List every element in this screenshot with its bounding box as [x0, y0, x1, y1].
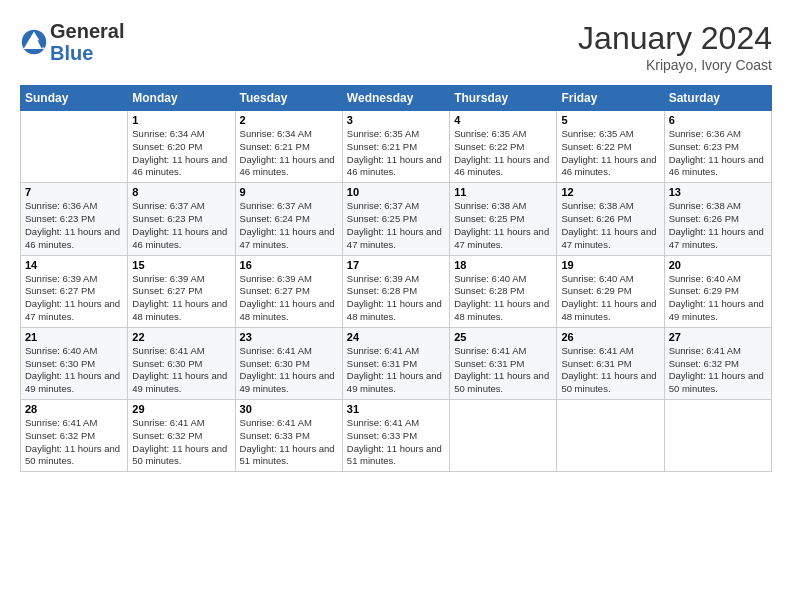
daylight-text: Daylight: 11 hours and 46 minutes. [240, 154, 335, 178]
daylight-text: Daylight: 11 hours and 51 minutes. [347, 443, 442, 467]
day-number: 4 [454, 114, 552, 126]
sunset-text: Sunset: 6:22 PM [561, 141, 631, 152]
day-number: 1 [132, 114, 230, 126]
daylight-text: Daylight: 11 hours and 46 minutes. [132, 226, 227, 250]
table-row: 20Sunrise: 6:40 AMSunset: 6:29 PMDayligh… [664, 255, 771, 327]
sunset-text: Sunset: 6:27 PM [132, 285, 202, 296]
day-number: 7 [25, 186, 123, 198]
sunrise-text: Sunrise: 6:41 AM [669, 345, 741, 356]
sunrise-text: Sunrise: 6:40 AM [561, 273, 633, 284]
table-row: 10Sunrise: 6:37 AMSunset: 6:25 PMDayligh… [342, 183, 449, 255]
day-number: 9 [240, 186, 338, 198]
day-number: 19 [561, 259, 659, 271]
logo-general: General [50, 20, 124, 42]
day-number: 20 [669, 259, 767, 271]
sunrise-text: Sunrise: 6:35 AM [454, 128, 526, 139]
sunset-text: Sunset: 6:29 PM [669, 285, 739, 296]
week-row-3: 14Sunrise: 6:39 AMSunset: 6:27 PMDayligh… [21, 255, 772, 327]
sunset-text: Sunset: 6:32 PM [669, 358, 739, 369]
day-info: Sunrise: 6:37 AMSunset: 6:24 PMDaylight:… [240, 200, 338, 251]
sunset-text: Sunset: 6:20 PM [132, 141, 202, 152]
sunset-text: Sunset: 6:26 PM [669, 213, 739, 224]
sunset-text: Sunset: 6:27 PM [240, 285, 310, 296]
daylight-text: Daylight: 11 hours and 49 minutes. [240, 370, 335, 394]
day-info: Sunrise: 6:35 AMSunset: 6:22 PMDaylight:… [454, 128, 552, 179]
daylight-text: Daylight: 11 hours and 47 minutes. [347, 226, 442, 250]
sunrise-text: Sunrise: 6:34 AM [240, 128, 312, 139]
table-row: 11Sunrise: 6:38 AMSunset: 6:25 PMDayligh… [450, 183, 557, 255]
day-number: 8 [132, 186, 230, 198]
table-row: 31Sunrise: 6:41 AMSunset: 6:33 PMDayligh… [342, 400, 449, 472]
daylight-text: Daylight: 11 hours and 49 minutes. [347, 370, 442, 394]
table-row: 3Sunrise: 6:35 AMSunset: 6:21 PMDaylight… [342, 111, 449, 183]
day-info: Sunrise: 6:41 AMSunset: 6:31 PMDaylight:… [454, 345, 552, 396]
daylight-text: Daylight: 11 hours and 47 minutes. [25, 298, 120, 322]
sunrise-text: Sunrise: 6:37 AM [347, 200, 419, 211]
day-info: Sunrise: 6:40 AMSunset: 6:29 PMDaylight:… [561, 273, 659, 324]
day-info: Sunrise: 6:36 AMSunset: 6:23 PMDaylight:… [25, 200, 123, 251]
table-row: 4Sunrise: 6:35 AMSunset: 6:22 PMDaylight… [450, 111, 557, 183]
table-row [664, 400, 771, 472]
calendar-page: General Blue January 2024 Kripayo, Ivory… [0, 0, 792, 612]
day-info: Sunrise: 6:41 AMSunset: 6:31 PMDaylight:… [347, 345, 445, 396]
page-header: General Blue January 2024 Kripayo, Ivory… [20, 20, 772, 73]
sunrise-text: Sunrise: 6:41 AM [240, 345, 312, 356]
col-saturday: Saturday [664, 86, 771, 111]
daylight-text: Daylight: 11 hours and 50 minutes. [132, 443, 227, 467]
day-info: Sunrise: 6:35 AMSunset: 6:22 PMDaylight:… [561, 128, 659, 179]
table-row: 6Sunrise: 6:36 AMSunset: 6:23 PMDaylight… [664, 111, 771, 183]
day-number: 12 [561, 186, 659, 198]
table-row: 14Sunrise: 6:39 AMSunset: 6:27 PMDayligh… [21, 255, 128, 327]
day-info: Sunrise: 6:38 AMSunset: 6:26 PMDaylight:… [669, 200, 767, 251]
daylight-text: Daylight: 11 hours and 46 minutes. [454, 154, 549, 178]
table-row: 19Sunrise: 6:40 AMSunset: 6:29 PMDayligh… [557, 255, 664, 327]
daylight-text: Daylight: 11 hours and 48 minutes. [561, 298, 656, 322]
daylight-text: Daylight: 11 hours and 46 minutes. [25, 226, 120, 250]
sunrise-text: Sunrise: 6:37 AM [240, 200, 312, 211]
sunrise-text: Sunrise: 6:37 AM [132, 200, 204, 211]
day-number: 3 [347, 114, 445, 126]
sunrise-text: Sunrise: 6:40 AM [669, 273, 741, 284]
sunrise-text: Sunrise: 6:41 AM [347, 345, 419, 356]
table-row: 2Sunrise: 6:34 AMSunset: 6:21 PMDaylight… [235, 111, 342, 183]
sunset-text: Sunset: 6:27 PM [25, 285, 95, 296]
daylight-text: Daylight: 11 hours and 48 minutes. [347, 298, 442, 322]
sunset-text: Sunset: 6:23 PM [132, 213, 202, 224]
day-number: 6 [669, 114, 767, 126]
day-info: Sunrise: 6:35 AMSunset: 6:21 PMDaylight:… [347, 128, 445, 179]
sunset-text: Sunset: 6:33 PM [347, 430, 417, 441]
table-row: 25Sunrise: 6:41 AMSunset: 6:31 PMDayligh… [450, 327, 557, 399]
month-year-title: January 2024 [578, 20, 772, 57]
sunrise-text: Sunrise: 6:35 AM [561, 128, 633, 139]
day-info: Sunrise: 6:40 AMSunset: 6:28 PMDaylight:… [454, 273, 552, 324]
sunset-text: Sunset: 6:29 PM [561, 285, 631, 296]
day-number: 25 [454, 331, 552, 343]
table-row [21, 111, 128, 183]
day-info: Sunrise: 6:39 AMSunset: 6:28 PMDaylight:… [347, 273, 445, 324]
day-number: 22 [132, 331, 230, 343]
sunrise-text: Sunrise: 6:36 AM [25, 200, 97, 211]
daylight-text: Daylight: 11 hours and 47 minutes. [669, 226, 764, 250]
col-monday: Monday [128, 86, 235, 111]
day-number: 15 [132, 259, 230, 271]
sunrise-text: Sunrise: 6:36 AM [669, 128, 741, 139]
logo-blue: Blue [50, 42, 93, 64]
day-info: Sunrise: 6:38 AMSunset: 6:25 PMDaylight:… [454, 200, 552, 251]
sunrise-text: Sunrise: 6:41 AM [132, 417, 204, 428]
table-row: 24Sunrise: 6:41 AMSunset: 6:31 PMDayligh… [342, 327, 449, 399]
sunset-text: Sunset: 6:30 PM [132, 358, 202, 369]
daylight-text: Daylight: 11 hours and 51 minutes. [240, 443, 335, 467]
table-row: 26Sunrise: 6:41 AMSunset: 6:31 PMDayligh… [557, 327, 664, 399]
week-row-1: 1Sunrise: 6:34 AMSunset: 6:20 PMDaylight… [21, 111, 772, 183]
col-thursday: Thursday [450, 86, 557, 111]
logo-text: General Blue [50, 20, 124, 64]
sunrise-text: Sunrise: 6:34 AM [132, 128, 204, 139]
daylight-text: Daylight: 11 hours and 50 minutes. [669, 370, 764, 394]
week-row-4: 21Sunrise: 6:40 AMSunset: 6:30 PMDayligh… [21, 327, 772, 399]
col-friday: Friday [557, 86, 664, 111]
sunset-text: Sunset: 6:21 PM [240, 141, 310, 152]
day-info: Sunrise: 6:39 AMSunset: 6:27 PMDaylight:… [240, 273, 338, 324]
table-row: 22Sunrise: 6:41 AMSunset: 6:30 PMDayligh… [128, 327, 235, 399]
sunrise-text: Sunrise: 6:39 AM [347, 273, 419, 284]
day-number: 21 [25, 331, 123, 343]
